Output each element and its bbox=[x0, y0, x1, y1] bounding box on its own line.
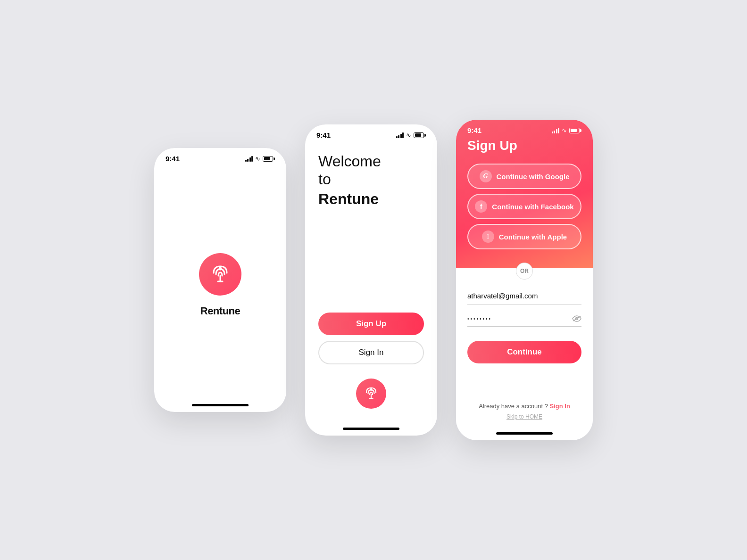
status-icons-1: ∿ bbox=[245, 155, 275, 162]
google-button[interactable]: G Continue with Google bbox=[467, 164, 581, 189]
battery-icon-3 bbox=[569, 128, 581, 133]
signup-title: Sign Up bbox=[467, 138, 581, 153]
signup-header: 9:41 ∿ Sign Up G Continue with Google f … bbox=[456, 120, 593, 268]
apple-icon:  bbox=[482, 231, 494, 243]
app-logo-2 bbox=[356, 379, 386, 409]
time-3: 9:41 bbox=[467, 126, 481, 134]
wifi-icon-2: ∿ bbox=[406, 132, 411, 139]
bottom-logo-area bbox=[318, 379, 424, 409]
continue-button[interactable]: Continue bbox=[467, 341, 581, 363]
password-dots: •••••••• bbox=[467, 312, 581, 327]
password-group: •••••••• bbox=[467, 312, 581, 327]
signal-icon-3 bbox=[552, 128, 560, 133]
status-bar-1: 9:41 ∿ bbox=[154, 148, 286, 166]
logo-icon-2 bbox=[363, 385, 380, 402]
welcome-heading: Welcome to Rentune bbox=[318, 152, 424, 208]
google-icon: G bbox=[480, 170, 492, 182]
facebook-icon: f bbox=[475, 200, 487, 213]
app-logo-1 bbox=[199, 253, 241, 296]
home-indicator-2 bbox=[343, 428, 399, 430]
email-input[interactable] bbox=[467, 287, 581, 305]
eye-toggle-icon[interactable] bbox=[572, 314, 581, 324]
email-group bbox=[467, 287, 581, 305]
home-indicator-3 bbox=[496, 432, 553, 435]
welcome-content: Welcome to Rentune Sign Up Sign In bbox=[305, 143, 437, 428]
app-name-splash: Rentune bbox=[200, 305, 241, 317]
wifi-icon-1: ∿ bbox=[255, 155, 260, 162]
facebook-button[interactable]: f Continue with Facebook bbox=[467, 194, 581, 219]
battery-icon-1 bbox=[263, 156, 275, 162]
phone-splash: 9:41 ∿ Rentune bbox=[154, 148, 286, 412]
or-label: OR bbox=[516, 263, 533, 280]
status-icons-3: ∿ bbox=[552, 127, 582, 134]
signin-button[interactable]: Sign In bbox=[318, 341, 424, 364]
signin-link[interactable]: Sign In bbox=[550, 403, 570, 410]
apple-button[interactable]:  Continue with Apple bbox=[467, 224, 581, 249]
signal-icon-1 bbox=[245, 156, 253, 162]
or-divider: OR bbox=[467, 263, 581, 280]
status-bar-3: 9:41 ∿ bbox=[467, 120, 581, 138]
status-icons-2: ∿ bbox=[396, 132, 426, 139]
wifi-icon-3: ∿ bbox=[562, 127, 567, 134]
skip-home-link[interactable]: Skip to HOME bbox=[467, 413, 581, 420]
status-bar-2: 9:41 ∿ bbox=[305, 124, 437, 143]
time-1: 9:41 bbox=[166, 155, 180, 163]
welcome-brand: Rentune bbox=[318, 190, 424, 208]
home-indicator-1 bbox=[192, 404, 249, 406]
signal-icon-2 bbox=[396, 132, 404, 138]
splash-content: Rentune bbox=[154, 166, 286, 404]
battery-icon-2 bbox=[414, 132, 426, 138]
phone-welcome: 9:41 ∿ Welcome to Rentune Sign Up Sign I… bbox=[305, 124, 437, 436]
logo-icon-1 bbox=[208, 263, 232, 286]
welcome-line1: Welcome to bbox=[318, 152, 424, 189]
already-account-text: Already have a account ? Sign In bbox=[467, 399, 581, 410]
signup-body: OR •••••••• Continue Already have a acco… bbox=[456, 268, 593, 428]
password-wrapper: •••••••• bbox=[467, 312, 581, 327]
signup-button[interactable]: Sign Up bbox=[318, 313, 424, 335]
time-2: 9:41 bbox=[316, 131, 331, 139]
phone-signup: 9:41 ∿ Sign Up G Continue with Google f … bbox=[456, 120, 593, 440]
